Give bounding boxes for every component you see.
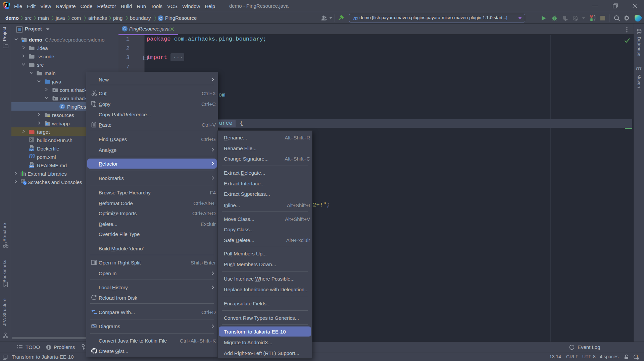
svg-text:MD: MD [30, 165, 34, 168]
svg-text:D: D [31, 148, 33, 151]
svg-text:IJ: IJ [5, 3, 7, 6]
